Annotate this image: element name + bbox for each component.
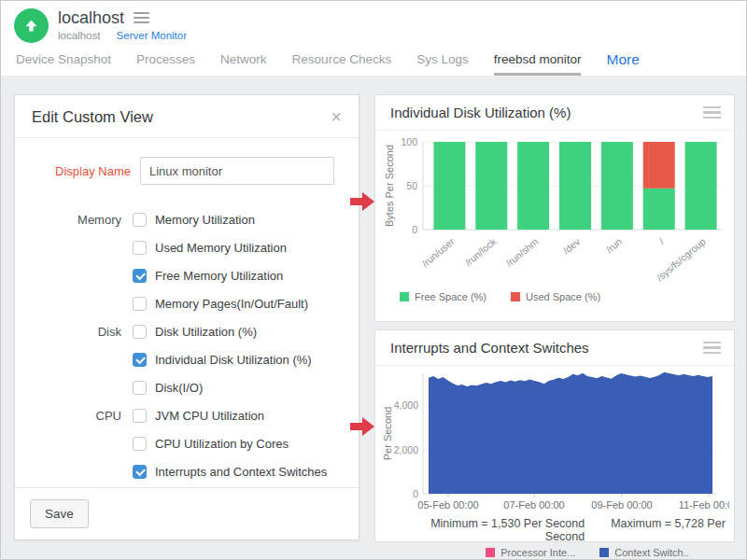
svg-text:2,000: 2,000: [394, 444, 418, 455]
metric-option-row: CPUJVM CPU Utilization: [15, 401, 345, 429]
legend-label: Used Space (%): [526, 291, 600, 302]
checkbox-cpu-utilization-by-cores[interactable]: [133, 437, 147, 451]
minmax-row: Minimum = 1,530 Per SecondMaximum = 5,72…: [375, 517, 734, 543]
app-window: localhost localhost Server Monitor Devic…: [0, 0, 747, 560]
disk-bar-chart: 050100Bytes Per Second/run/user/run/lock…: [380, 133, 729, 284]
metric-option-list: MemoryMemory UtilizationUsed Memory Util…: [15, 205, 345, 485]
legend-swatch: [511, 292, 520, 301]
page-title: localhost: [58, 8, 124, 27]
monitor-head: localhost localhost Server Monitor: [1, 1, 746, 43]
metric-option-row: DiskDisk Utilization (%): [15, 317, 345, 345]
header-text-block: localhost localhost Server Monitor: [58, 8, 187, 41]
checkbox-free-memory-utilization[interactable]: [133, 269, 147, 283]
tab-network[interactable]: Network: [220, 48, 267, 76]
tab-bar: Device SnapshotProcessesNetworkResource …: [16, 48, 746, 76]
option-label: Individual Disk Utilization (%): [155, 353, 312, 367]
option-label: Memory Pages(In/Out/Fault): [155, 297, 308, 311]
option-label: Used Memory Utilization: [155, 241, 287, 255]
group-label-disk: Disk: [15, 325, 121, 339]
svg-text:05-Feb 00:00: 05-Feb 00:00: [417, 499, 478, 511]
tab-processes[interactable]: Processes: [136, 48, 195, 76]
svg-text:07-Feb 00:00: 07-Feb 00:00: [503, 499, 564, 511]
svg-text:Bytes Per Second: Bytes Per Second: [384, 145, 395, 227]
checkbox-memory-utilization[interactable]: [133, 213, 147, 227]
breadcrumb: localhost Server Monitor: [58, 30, 187, 41]
bar-free-sys-fs-cgroup: [685, 142, 717, 230]
group-label-cpu: CPU: [15, 409, 121, 423]
breadcrumb-hostname: localhost: [58, 30, 100, 41]
metric-option-row: Disk(I/O): [15, 373, 345, 401]
checkbox-individual-disk-utilization[interactable]: [133, 353, 147, 367]
group-label-memory: Memory: [15, 213, 121, 227]
annotation-arrow-interrupts: [350, 417, 374, 436]
context-switches-area: [429, 372, 712, 494]
legend-item-free-space[interactable]: Free Space (%): [400, 291, 486, 302]
svg-text:/run: /run: [604, 235, 625, 255]
minimum-value: Minimum = 1,530 Per Second: [430, 517, 585, 530]
interrupts-chart-legend: Processor Inte...Context Switch..: [375, 547, 734, 558]
tab-resource-checks[interactable]: Resource Checks: [292, 48, 392, 76]
checkbox-interrupts-and-context-switches[interactable]: [133, 465, 147, 479]
option-label: Disk Utilization (%): [155, 325, 257, 339]
tab-device-snapshot[interactable]: Device Snapshot: [16, 48, 111, 76]
disk-chart-menu-icon[interactable]: [703, 104, 721, 122]
metric-option-row: Used Memory Utilization: [15, 233, 345, 261]
dialog-title: Edit Custom View: [32, 95, 153, 138]
edit-custom-view-dialog: Edit Custom View × Display Name MemoryMe…: [14, 94, 359, 540]
svg-text:/: /: [656, 235, 666, 245]
svg-text:/run/user: /run/user: [419, 235, 457, 269]
interrupts-chart-menu-icon[interactable]: [703, 339, 721, 357]
tab-freebsd-monitor[interactable]: freebsd monitor: [494, 48, 582, 76]
dialog-body: Display Name MemoryMemory UtilizationUse…: [15, 138, 359, 485]
bar-free-run: [601, 142, 633, 230]
save-button[interactable]: Save: [30, 499, 89, 528]
disk-card-header: Individual Disk Utilization (%): [375, 95, 734, 131]
annotation-arrow-disk: [350, 192, 374, 211]
display-name-input[interactable]: [140, 157, 334, 185]
svg-text:/run/lock: /run/lock: [462, 235, 499, 268]
svg-text:11-Feb 00:00: 11-Feb 00:00: [679, 499, 729, 511]
monitor-status-icon: [14, 8, 49, 43]
checkbox-disk-utilization[interactable]: [133, 325, 147, 339]
metric-option-row: Individual Disk Utilization (%): [15, 345, 345, 373]
legend-label: Processor Inte...: [500, 547, 575, 558]
interrupts-area-chart: 02,0004,000Per Second05-Feb 00:0007-Feb …: [380, 368, 729, 513]
svg-text:/run/shm: /run/shm: [503, 235, 540, 269]
tab-sys-logs[interactable]: Sys Logs: [416, 48, 469, 76]
breadcrumb-monitor-link[interactable]: Server Monitor: [117, 30, 187, 41]
bar-free-dev: [559, 142, 591, 230]
option-label: Free Memory Utilization: [155, 269, 283, 283]
metric-option-row: Free Memory Utilization: [15, 261, 345, 289]
checkbox-memory-pages-in-out-fault[interactable]: [133, 297, 147, 311]
disk-chart-legend: Free Space (%)Used Space (%): [400, 291, 734, 302]
legend-item-used-space[interactable]: Used Space (%): [511, 291, 600, 302]
metric-option-row: MemoryMemory Utilization: [15, 205, 345, 233]
checkbox-disk-i-o[interactable]: [133, 381, 147, 395]
option-label: Disk(I/O): [155, 381, 203, 395]
bar-free-run-shm: [517, 142, 549, 230]
metric-option-row: CPU Utilization by Cores: [15, 429, 345, 457]
legend-item-context-switch[interactable]: Context Switch..: [599, 547, 688, 558]
legend-swatch: [486, 548, 495, 557]
bar-free-: [643, 189, 675, 230]
option-label: Memory Utilization: [155, 213, 255, 227]
display-name-label: Display Name: [15, 164, 131, 178]
svg-text:Per Second: Per Second: [382, 407, 393, 460]
bar-used-: [643, 142, 675, 189]
disk-utilization-card: Individual Disk Utilization (%) 050100By…: [374, 94, 735, 322]
close-icon[interactable]: ×: [331, 107, 342, 126]
legend-swatch: [400, 292, 409, 301]
interrupts-card-header: Interrupts and Context Switches: [375, 330, 734, 366]
tab-more[interactable]: More: [606, 48, 639, 76]
display-name-row: Display Name: [15, 157, 345, 185]
dialog-footer: Save: [15, 487, 359, 539]
svg-text:100: 100: [401, 136, 417, 147]
checkbox-jvm-cpu-utilization[interactable]: [133, 409, 147, 423]
up-arrow-icon: [24, 19, 38, 33]
legend-item-processor-inte[interactable]: Processor Inte...: [486, 547, 575, 558]
checkbox-used-memory-utilization[interactable]: [133, 241, 147, 255]
header-menu-icon[interactable]: [134, 9, 149, 26]
content-area: Edit Custom View × Display Name MemoryMe…: [1, 76, 746, 559]
svg-text:0: 0: [412, 224, 417, 235]
dialog-header: Edit Custom View ×: [15, 95, 359, 138]
